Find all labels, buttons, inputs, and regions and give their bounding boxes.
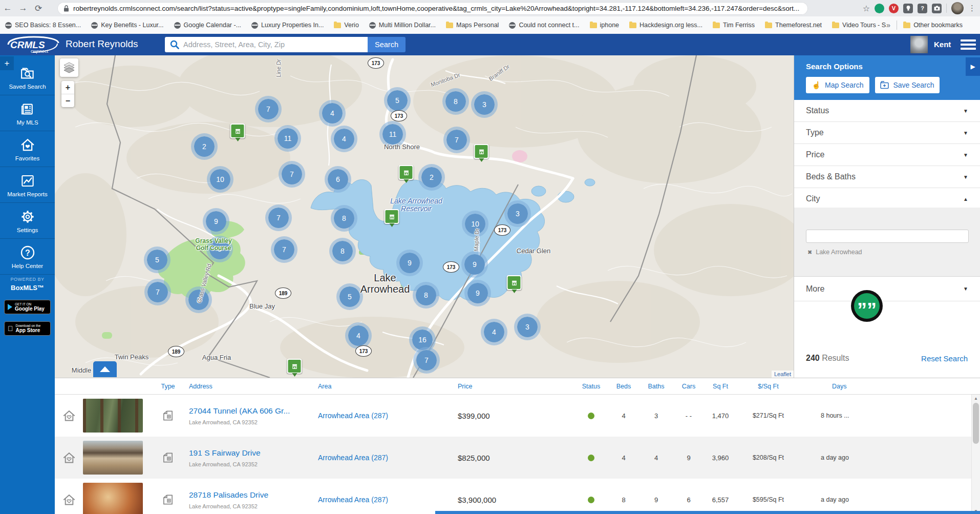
chat-widget-button[interactable]: ”” bbox=[851, 290, 883, 322]
map-cluster-marker[interactable]: 4 bbox=[481, 319, 507, 345]
lightbulb-extension-icon[interactable] bbox=[903, 4, 913, 13]
map-cluster-marker[interactable]: 9 bbox=[203, 208, 229, 235]
column-header-baths[interactable]: Baths bbox=[640, 383, 673, 390]
scroll-up-icon[interactable]: ▲ bbox=[972, 395, 980, 402]
bookmark-item[interactable]: Themeforest.net bbox=[765, 22, 822, 29]
map-cluster-marker[interactable]: 9 bbox=[464, 280, 491, 306]
map-cluster-marker[interactable]: 4 bbox=[331, 126, 357, 152]
map-cluster-marker[interactable]: 7 bbox=[265, 204, 292, 231]
address-link[interactable]: 27044 Tunnel (AKA 606 Gr... bbox=[189, 406, 311, 416]
map-cluster-marker[interactable]: 3 bbox=[471, 91, 498, 118]
column-header-days[interactable]: Days bbox=[800, 383, 980, 390]
map-cluster-marker[interactable]: 2 bbox=[191, 133, 218, 160]
sidebar-item-help-center[interactable]: ?Help Center bbox=[0, 239, 55, 275]
layers-control[interactable] bbox=[60, 58, 78, 77]
map-cluster-marker[interactable]: 6 bbox=[325, 166, 351, 193]
column-header-cars[interactable]: Cars bbox=[673, 383, 705, 390]
column-header-status[interactable]: Status bbox=[574, 383, 608, 390]
sidebar-item-settings[interactable]: Settings bbox=[0, 203, 55, 239]
column-header-area[interactable]: Area bbox=[311, 383, 446, 390]
search-input[interactable] bbox=[165, 37, 368, 52]
column-header-address[interactable]: Address bbox=[184, 383, 311, 390]
other-bookmarks[interactable]: Other bookmarks bbox=[903, 22, 963, 29]
bookmark-item[interactable]: Hackdesign.org less... bbox=[629, 22, 702, 29]
user-avatar[interactable] bbox=[910, 36, 928, 53]
map-cluster-marker[interactable]: 3 bbox=[504, 200, 531, 227]
collapse-map-button[interactable] bbox=[93, 361, 117, 377]
bookmark-item[interactable]: Could not connect t... bbox=[509, 22, 579, 29]
map-cluster-marker[interactable]: 9 bbox=[461, 251, 488, 278]
scrollbar-thumb[interactable] bbox=[973, 403, 979, 444]
sidebar-item-favorites[interactable]: Favorites bbox=[0, 131, 55, 167]
search-button[interactable]: Search bbox=[368, 37, 406, 52]
table-scrollbar[interactable]: ▲ ▼ bbox=[971, 395, 980, 514]
favorite-house-icon[interactable] bbox=[55, 409, 83, 423]
column-header--sq-ft[interactable]: $/Sq Ft bbox=[736, 383, 800, 390]
map-cluster-marker[interactable]: 7 bbox=[413, 347, 440, 374]
column-header-beds[interactable]: Beds bbox=[608, 383, 640, 390]
remove-tag-icon[interactable]: ✖ bbox=[807, 249, 812, 256]
bookmark-item[interactable]: Google Calendar -... bbox=[174, 22, 242, 29]
map-cluster-marker[interactable]: 7 bbox=[255, 96, 282, 122]
bookmark-item[interactable]: Multi Million Dollar... bbox=[369, 22, 436, 29]
listing-photo[interactable] bbox=[83, 399, 152, 433]
filter-status[interactable]: Status▼ bbox=[794, 100, 980, 122]
map-cluster-marker[interactable]: 8 bbox=[329, 238, 356, 264]
reset-search-link[interactable]: Reset Search bbox=[921, 354, 968, 363]
filter-beds-baths[interactable]: Beds & Baths▼ bbox=[794, 166, 980, 188]
bookmark-item[interactable]: Video Tours - Samp... bbox=[832, 22, 886, 29]
address-link[interactable]: 28718 Palisades Drive bbox=[189, 490, 311, 500]
bookmark-star-icon[interactable]: ☆ bbox=[863, 4, 870, 13]
bookmarks-overflow-icon[interactable]: » bbox=[886, 21, 890, 29]
bookmark-item[interactable]: SEO Basics: 8 Essen... bbox=[5, 22, 81, 29]
area-link[interactable]: Arrowhead Area (287) bbox=[318, 412, 388, 420]
zoom-in-button[interactable]: + bbox=[61, 81, 74, 94]
map-store-marker[interactable] bbox=[474, 144, 489, 162]
filter-price[interactable]: Price▼ bbox=[794, 144, 980, 166]
horizontal-scrollbar[interactable] bbox=[435, 511, 980, 514]
save-search-button[interactable]: Save Search bbox=[875, 77, 940, 93]
forward-icon[interactable]: → bbox=[15, 3, 31, 13]
browser-menu-icon[interactable]: ⋮ bbox=[968, 4, 976, 13]
filter-more[interactable]: More ▼ bbox=[794, 277, 980, 301]
table-row[interactable]: 27044 Tunnel (AKA 606 Gr...Lake Arrowhea… bbox=[55, 395, 980, 437]
city-input[interactable] bbox=[806, 230, 969, 243]
bookmark-item[interactable]: Luxury Properties In... bbox=[251, 22, 324, 29]
address-link[interactable]: 191 S Fairway Drive bbox=[189, 448, 311, 458]
map-cluster-marker[interactable]: 4 bbox=[345, 322, 372, 349]
back-icon[interactable]: ← bbox=[0, 3, 15, 13]
map-store-marker[interactable] bbox=[399, 165, 414, 183]
bookmark-item[interactable]: iphone bbox=[590, 22, 620, 29]
app-store-badge[interactable]:  Download on theApp Store bbox=[4, 321, 51, 336]
map-cluster-marker[interactable]: 7 bbox=[443, 127, 470, 153]
sidebar-item-my-mls[interactable]: My MLS bbox=[0, 95, 55, 131]
bookmark-item[interactable]: Maps Personal bbox=[446, 22, 499, 29]
area-link[interactable]: Arrowhead Area (287) bbox=[318, 454, 388, 462]
column-header-sq-ft[interactable]: Sq Ft bbox=[705, 383, 736, 390]
map-cluster-marker[interactable]: 7 bbox=[279, 161, 305, 188]
map-cluster-marker[interactable]: 8 bbox=[413, 282, 439, 309]
hamburger-menu-icon[interactable] bbox=[961, 39, 976, 52]
map-cluster-marker[interactable]: 11 bbox=[274, 125, 301, 152]
map-cluster-marker[interactable]: 8 bbox=[442, 88, 469, 115]
column-header-type[interactable]: Type bbox=[152, 383, 184, 390]
zoom-out-button[interactable]: − bbox=[61, 94, 74, 107]
bookmark-item[interactable]: Tim Ferriss bbox=[713, 22, 755, 29]
map-store-marker[interactable] bbox=[230, 124, 245, 141]
map-store-marker[interactable] bbox=[507, 275, 522, 293]
map-cluster-marker[interactable]: 4 bbox=[319, 100, 346, 127]
favorite-house-icon[interactable] bbox=[55, 493, 83, 507]
map-cluster-marker[interactable]: 2 bbox=[418, 164, 445, 191]
area-link[interactable]: Arrowhead Area (287) bbox=[318, 496, 388, 504]
listing-photo[interactable] bbox=[83, 441, 152, 475]
bookmark-item[interactable]: Verio bbox=[334, 22, 359, 29]
table-row[interactable]: 191 S Fairway DriveLake Arrowhead, CA 92… bbox=[55, 437, 980, 479]
city-tag[interactable]: ✖ Lake Arrowhead bbox=[807, 249, 862, 256]
panel-collapse-button[interactable]: ▶ bbox=[966, 57, 980, 76]
filter-city[interactable]: City▲ bbox=[794, 188, 980, 210]
map-search-button[interactable]: ☝ Map Search bbox=[806, 77, 869, 93]
avg-extension-icon[interactable]: V bbox=[889, 4, 899, 13]
map-cluster-marker[interactable]: 8 bbox=[331, 205, 357, 232]
leaflet-attribution[interactable]: Leaflet bbox=[772, 371, 794, 378]
favorite-house-icon[interactable] bbox=[55, 451, 83, 465]
